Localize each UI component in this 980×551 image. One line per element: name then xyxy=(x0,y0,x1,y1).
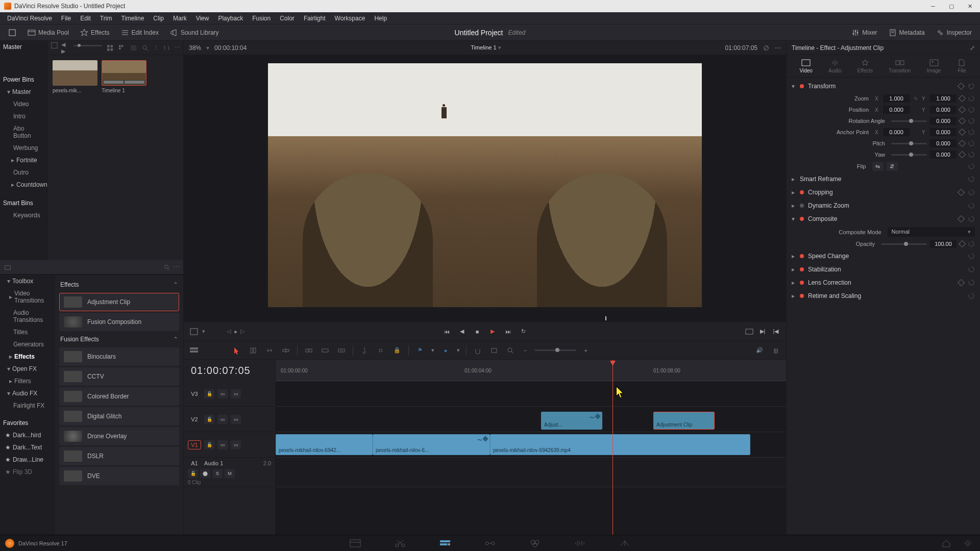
search-icon[interactable] xyxy=(141,44,149,52)
lock-track-icon[interactable]: 🔓 xyxy=(204,415,214,424)
rotation-field[interactable]: 0.000 xyxy=(930,117,957,125)
generators-node[interactable]: Generators xyxy=(0,338,55,350)
reset-icon[interactable] xyxy=(968,253,975,260)
close-button[interactable]: ✕ xyxy=(964,1,976,11)
fav-item-2[interactable]: ★ Dark...Text xyxy=(0,441,55,454)
toolbox-node[interactable]: ▾ Toolbox xyxy=(0,275,55,287)
edit-index-button[interactable]: Edit Index xyxy=(117,27,163,39)
effect-dve[interactable]: DVE xyxy=(59,467,179,485)
power-bins-header[interactable]: Power Bins xyxy=(0,73,47,86)
yaw-slider[interactable] xyxy=(891,154,927,156)
reset-icon[interactable] xyxy=(968,215,975,222)
clip-v1-2[interactable]: pexels-mikhail-nilov-6...〜 xyxy=(373,434,490,455)
section-stabilization[interactable]: ▸Stabilization xyxy=(787,263,980,276)
effect-fusion-composition[interactable]: Fusion Composition xyxy=(59,313,179,331)
effect-cctv[interactable]: CCTV xyxy=(59,367,179,386)
keyframe-icon[interactable] xyxy=(959,129,966,136)
power-bin-video[interactable]: Video xyxy=(0,98,47,110)
disable-track-icon[interactable]: ▭ xyxy=(231,440,241,449)
keyframe-icon[interactable] xyxy=(959,95,966,102)
keyframe-icon[interactable] xyxy=(958,215,965,222)
section-cropping[interactable]: ▸Cropping xyxy=(787,186,980,199)
section-speed-change[interactable]: ▸Speed Change xyxy=(787,249,980,263)
viewer-canvas[interactable] xyxy=(184,55,786,315)
page-fairlight[interactable] xyxy=(573,538,587,549)
bypass-icon[interactable] xyxy=(763,44,770,52)
insert-clip-icon[interactable] xyxy=(304,345,314,356)
reset-icon[interactable] xyxy=(968,189,975,196)
track-v1[interactable]: pexels-mikhail-nilov-6942... pexels-mikh… xyxy=(276,432,786,458)
pos-y-field[interactable]: 0.000 xyxy=(930,106,957,114)
prev-clip-icon[interactable]: |◀ xyxy=(771,327,781,337)
effect-dslr[interactable]: DSLR xyxy=(59,447,179,465)
clip-v1-1[interactable]: pexels-mikhail-nilov-6942... xyxy=(276,434,373,455)
tab-video[interactable]: Video xyxy=(800,59,813,73)
mute-button[interactable]: M xyxy=(225,469,235,478)
clip-adjustment-2[interactable]: Adjustment Clip xyxy=(653,412,715,430)
page-deliver[interactable] xyxy=(618,538,632,549)
power-bin-abo[interactable]: Abo Button xyxy=(0,122,47,142)
keyframe-icon[interactable] xyxy=(959,106,966,113)
reset-icon[interactable] xyxy=(968,140,975,147)
titles-node[interactable]: Titles xyxy=(0,326,55,338)
page-cut[interactable] xyxy=(393,538,407,549)
replace-clip-icon[interactable] xyxy=(336,345,347,356)
clip-adjustment-1[interactable]: Adjust...〜 xyxy=(541,412,602,430)
section-lens-correction[interactable]: ▸Lens Correction xyxy=(787,276,980,289)
menu-workspace[interactable]: Workspace xyxy=(331,13,370,23)
overwrite-clip-icon[interactable] xyxy=(320,345,330,356)
linked-selection-icon[interactable] xyxy=(489,345,499,356)
media-clip-thumb[interactable]: pexels-mik... xyxy=(53,60,97,93)
fullscreen-button[interactable] xyxy=(4,27,20,39)
arm-record-icon[interactable]: ⬤ xyxy=(200,469,210,478)
playhead[interactable] xyxy=(612,360,613,535)
yaw-field[interactable]: 0.000 xyxy=(930,151,957,159)
fav-item-1[interactable]: ★ Dark...hird xyxy=(0,429,55,441)
rotation-slider[interactable] xyxy=(891,120,927,122)
reset-icon[interactable] xyxy=(968,95,975,102)
timeline-ruler[interactable]: 01:00:00:00 01:00:04:00 01:00:08:00 xyxy=(276,360,786,381)
timeline-timecode[interactable]: 01:00:07:05 xyxy=(184,360,275,381)
flip-h-button[interactable]: ⇋ xyxy=(872,162,884,171)
audio-transitions-node[interactable]: Audio Transitions xyxy=(0,307,55,326)
home-icon[interactable] xyxy=(939,538,953,549)
zoom-tool-icon[interactable] xyxy=(505,345,516,356)
disable-track-icon[interactable]: ▭ xyxy=(231,389,241,398)
options-icon[interactable]: ⋯ xyxy=(175,44,180,51)
lock-track-icon[interactable]: 🔓 xyxy=(204,440,214,449)
fav-item-4[interactable]: ★ Flip 3D xyxy=(0,466,55,478)
timeline-view-options-icon[interactable] xyxy=(189,345,199,356)
flip-v-button[interactable]: ⇵ xyxy=(887,162,898,171)
bin-icon[interactable] xyxy=(4,264,11,271)
smart-bins-header[interactable]: Smart Bins xyxy=(0,197,47,209)
menu-timeline[interactable]: Timeline xyxy=(117,13,148,23)
metadata-button[interactable]: Metadata xyxy=(885,27,929,39)
viewer-mode-dropdown[interactable]: ▾ xyxy=(202,328,205,335)
bin-master[interactable]: Master xyxy=(0,41,47,53)
video-transitions-node[interactable]: ▸ Video Transitions xyxy=(0,287,55,307)
clip-v1-3[interactable]: pexels-mikhail-nilov-6942639.mp4 xyxy=(490,434,750,455)
track-v2[interactable]: Adjust...〜 Adjustment Clip xyxy=(276,407,786,432)
power-bin-countdown[interactable]: ▸ Countdown xyxy=(0,179,47,191)
menu-fusion[interactable]: Fusion xyxy=(248,13,275,23)
thumbnail-view-icon[interactable] xyxy=(106,44,114,52)
minimize-button[interactable]: ─ xyxy=(927,1,939,11)
power-bin-outro[interactable]: Outro xyxy=(0,166,47,179)
solo-button[interactable]: S xyxy=(212,469,223,478)
next-clip-icon[interactable]: ▶| xyxy=(757,327,768,337)
reset-icon[interactable] xyxy=(968,240,975,247)
menu-edit[interactable]: Edit xyxy=(76,13,95,23)
lock-icon[interactable]: 🔒 xyxy=(392,345,402,356)
section-dynamic-zoom[interactable]: ▸Dynamic Zoom xyxy=(787,199,980,212)
reset-icon[interactable] xyxy=(968,279,975,286)
play-icon[interactable]: ▶ xyxy=(487,327,498,337)
power-bin-fortnite[interactable]: ▸ Fortnite xyxy=(0,154,47,166)
dynamic-trim-icon[interactable] xyxy=(264,345,275,356)
trim-tool-icon[interactable] xyxy=(248,345,258,356)
reset-icon[interactable] xyxy=(968,163,975,170)
timeline-options-icon[interactable]: ||| xyxy=(771,345,781,356)
track-header-v2[interactable]: V2 🔓 ▭ ▭ xyxy=(184,407,275,432)
effects-button[interactable]: Effects xyxy=(76,27,113,39)
reset-icon[interactable] xyxy=(968,202,975,209)
reset-icon[interactable] xyxy=(968,106,975,113)
